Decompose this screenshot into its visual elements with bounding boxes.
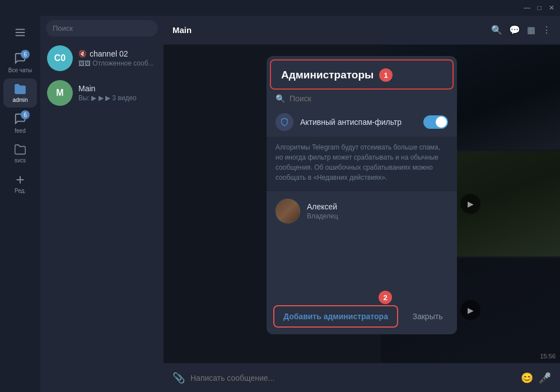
modal-search-input[interactable] [290,94,448,103]
maximize-button[interactable]: □ [535,4,543,12]
sidebar-label-svcs: svcs [15,157,26,164]
avatar-main: M [47,80,73,106]
sidebar-label-edit: Ред. [15,188,26,194]
filter-description: Алгоритмы Telegram будут отсеивать больш… [267,137,457,190]
chat-message-input[interactable] [190,374,515,382]
search-input[interactable] [46,20,158,36]
sidebar-item-edit[interactable]: Ред. [3,169,37,198]
search-icon[interactable]: 🔍 [491,25,502,35]
close-modal-button[interactable]: Закрыть [402,303,454,330]
close-button[interactable]: ✕ [548,4,556,12]
main-area: Main 🔍 💬 ▦ ⋮ ▶ ▶ 15 [164,16,560,392]
admin-avatar-alexey [276,199,300,223]
header-actions: 🔍 💬 ▦ ⋮ [491,25,551,35]
sidebar-label-all-chats: Все чаты [8,67,32,73]
chat-list-panel: C0 🔇 channel 02 🖼🖼 Отложенное сооб... M … [40,16,164,392]
chat-preview-channel02: 🖼🖼 Отложенное сооб... [78,59,157,67]
admin-name: Алексей [307,202,448,211]
main-header: Main 🔍 💬 ▦ ⋮ [164,16,560,45]
main-title: Main [172,25,192,35]
sidebar-label-feed: feed [15,128,25,134]
sidebar-item-menu[interactable] [3,18,37,47]
avatar-channel02: C0 [47,45,73,71]
modal-search: 🔍 [267,90,457,108]
sidebar-label-admin: admin [12,97,27,103]
chat-input-bar: 📎 😊 🎤 [164,363,560,392]
chat-preview-main: Вы: ▶ ▶ ▶ 3 видео [78,94,157,102]
emoji-icon[interactable]: 😊 [521,372,533,384]
attach-icon[interactable]: 📎 [172,372,185,384]
modal-overlay: Администраторы 1 🔍 [164,45,560,363]
add-admin-button[interactable]: Добавить администратора [273,305,398,328]
admin-info-alexey: Алексей Владелец [307,202,448,220]
sidebar-item-feed[interactable]: 6 feed [3,109,37,138]
antispam-toggle[interactable] [423,115,448,129]
sidebar-item-admin[interactable]: admin [3,78,37,108]
admin-role: Владелец [307,212,448,220]
admin-item-alexey[interactable]: Алексей Владелец [267,191,457,231]
sidebar-item-all-chats[interactable]: 6 Все чаты [3,48,37,77]
voice-icon[interactable]: 🎤 [539,372,551,384]
all-chats-badge: 6 [21,50,30,59]
title-bar: — □ ✕ [0,0,560,16]
chat-content: ▶ ▶ 15:56 Администраторы 1 [164,45,560,363]
grid-icon[interactable]: ▦ [527,25,535,35]
search-icon-modal: 🔍 [276,94,285,103]
filter-row: Активный антиспам-фильтр [267,108,457,137]
feed-badge: 6 [21,110,30,119]
icon-sidebar: 6 Все чаты admin 6 feed svcs [0,16,40,392]
chat-name-channel02: channel 02 [90,49,128,58]
step-badge-2: 2 [379,291,392,304]
chat-info-channel02: 🔇 channel 02 🖼🖼 Отложенное сооб... [78,49,157,67]
modal-spacer [267,231,457,298]
filter-icon [276,113,293,131]
chat-info-main: Main Вы: ▶ ▶ ▶ 3 видео [78,84,157,102]
step-badge-1: 1 [379,68,393,82]
chat-item-channel02[interactable]: C0 🔇 channel 02 🖼🖼 Отложенное сооб... [40,41,164,76]
minimize-button[interactable]: — [523,4,531,12]
toggle-knob [436,116,447,128]
filter-label: Активный антиспам-фильтр [300,118,417,127]
administrators-modal: Администраторы 1 🔍 [267,56,457,334]
chat-name-main: Main [78,84,95,93]
app-container: 6 Все чаты admin 6 feed svcs [0,16,560,392]
modal-header: Администраторы 1 [270,59,454,90]
chat-icon[interactable]: 💬 [509,25,520,35]
modal-footer: Добавить администратора Закрыть 2 [267,298,457,334]
modal-title: Администраторы [281,69,374,81]
chat-item-main[interactable]: M Main Вы: ▶ ▶ ▶ 3 видео [40,76,164,110]
sidebar-item-svcs[interactable]: svcs [3,139,37,168]
muted-icon: 🔇 [78,50,87,58]
search-bar [40,16,164,41]
more-icon[interactable]: ⋮ [542,25,551,35]
